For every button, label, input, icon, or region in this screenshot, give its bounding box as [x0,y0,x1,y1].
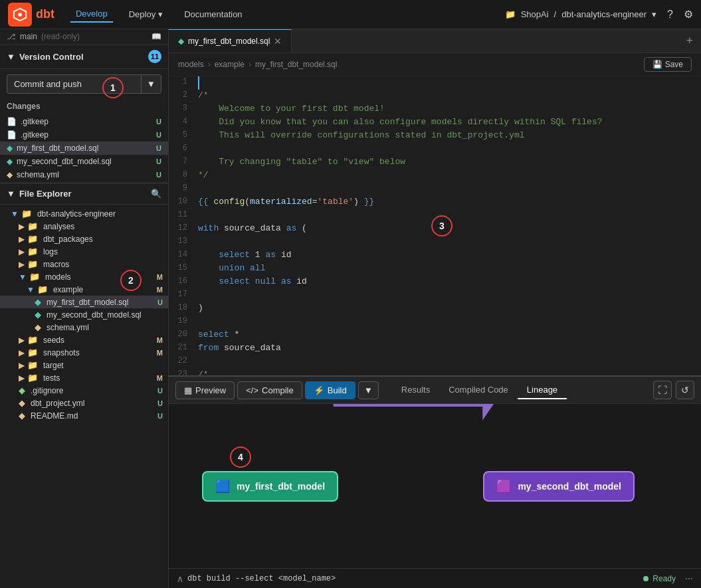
nav-documentation[interactable]: Documentation [179,7,247,22]
code-line: 17 [169,289,701,302]
file-name: .gitkeep [21,117,152,126]
chevron-up-icon[interactable]: ∧ [177,573,183,584]
dbt-logo-icon [8,3,32,27]
tree-status: U [153,387,163,395]
lineage-node-first[interactable]: 🟦 my_first_dbt_model [202,471,338,502]
tree-item-my-first-model[interactable]: ◆ my_first_dbt_model.sql U [0,296,168,308]
file-explorer-label: File Explorer [19,189,72,199]
tree-item-my-second-model[interactable]: ◆ my_second_dbt_model.sql [0,308,168,321]
status-command[interactable]: dbt build --select <model_name> [187,574,639,583]
tab-add-button[interactable]: + [678,34,701,48]
tree-item-target[interactable]: ▶ 📁 target [0,359,168,371]
project-info: 📁 ShopAi / dbt-analytics-engineer ▾ [505,9,656,19]
sql-file-icon: ◆ [7,157,13,166]
breadcrumb-models[interactable]: models [178,60,204,69]
compile-button[interactable]: </> Compile [237,381,302,399]
code-line: 7 Try changing "table" to "view" below [169,156,701,169]
fe-chevron-icon: ▼ [7,189,15,199]
deploy-chevron-icon: ▾ [158,9,163,19]
file-status: U [156,131,161,139]
folder-open-icon: ▼ [27,285,35,294]
tree-item-readme[interactable]: ◆ README.md U [0,409,168,422]
folder-icon: 📁 [27,259,38,269]
folder-closed-icon: ▶ [19,247,25,256]
build-chevron-button[interactable]: ▼ [358,381,379,399]
tree-item-schema-yml[interactable]: ◆ schema.yml [0,321,168,334]
fullscreen-button[interactable]: ⛶ [653,381,672,399]
changed-file-item[interactable]: 📄 .gitkeep U [0,115,168,128]
folder-open-icon: ▼ [11,209,19,219]
commit-push-button[interactable]: Commit and push [7,74,141,94]
vc-label: Version Control [19,52,84,62]
commit-row: Commit and push ▼ [7,74,161,94]
status-dot [643,576,649,581]
save-icon: 💾 [652,60,662,69]
folder-closed-icon: ▶ [19,260,25,269]
code-line: 6 [169,143,701,156]
tree-item-seeds[interactable]: ▶ 📁 seeds M [0,334,168,346]
tree-label: example [53,285,151,294]
save-button[interactable]: 💾 Save [644,57,692,72]
changed-file-item[interactable]: ◆ schema.yml U [0,168,168,181]
folder-icon: 📁 [27,234,38,244]
changed-file-item[interactable]: ◆ my_second_dbt_model.sql U [0,155,168,168]
tree-item-gitignore[interactable]: ◆ .gitignore U [0,384,168,397]
search-icon[interactable]: 🔍 [151,189,161,199]
code-line: 19 [169,316,701,329]
code-editor[interactable]: 1 2 /* 3 Welcome to your first dbt model… [169,76,701,375]
tree-item-dbt-project-yml[interactable]: ◆ dbt_project.yml U [0,397,168,409]
dbt-text: dbt [36,7,54,21]
repo-chevron-icon[interactable]: ▾ [652,9,656,19]
breadcrumb-sep: › [208,60,211,69]
build-button[interactable]: ⚡ Build [305,381,355,399]
nav-deploy[interactable]: Deploy ▾ [124,7,168,22]
code-line: 16 select null as id [169,276,701,289]
branch-name: main [20,32,37,41]
file-name: schema.yml [17,170,152,179]
branch-readonly: (read-only) [41,32,80,41]
changed-file-item[interactable]: 📄 .gitkeep U [0,128,168,142]
commit-chevron-button[interactable]: ▼ [141,74,161,94]
tab-compiled-code[interactable]: Compiled Code [439,381,518,399]
settings-icon[interactable]: ⚙ [684,8,693,21]
refresh-button[interactable]: ↺ [676,381,694,399]
tab-lineage[interactable]: Lineage [518,381,567,399]
help-icon[interactable]: ? [667,9,673,21]
tree-item-snapshots[interactable]: ▶ 📁 snapshots M [0,346,168,359]
tab-results[interactable]: Results [392,381,439,399]
lineage-node-second[interactable]: 🟪 my_second_dbt_model [483,471,635,502]
tree-item-root[interactable]: ▼ 📁 dbt-analytics-engineer [0,207,168,220]
tab-my-first-model[interactable]: ◆ my_first_dbt_model.sql ✕ [169,29,292,52]
file-name: my_first_dbt_model.sql [17,144,152,153]
folder-closed-icon: ▶ [19,336,25,345]
code-line: 3 Welcome to your first dbt model! [169,103,701,116]
folder-icon: 📁 [37,284,48,294]
tree-item-analyses[interactable]: ▶ 📁 analyses [0,220,168,233]
changed-file-item-selected[interactable]: ◆ my_first_dbt_model.sql U [0,142,168,155]
tree-item-macros[interactable]: ▶ 📁 macros [0,258,168,270]
book-icon[interactable]: 📖 [151,32,161,41]
tree-label: snapshots [43,348,151,357]
sidebar: ⎇ main (read-only) 📖 ▼ Version Control 1… [0,29,169,588]
tab-close-button[interactable]: ✕ [274,36,282,47]
preview-button[interactable]: ▦ Preview [175,381,235,399]
breadcrumb-example[interactable]: example [215,60,245,69]
file-icon: 📄 [7,117,17,126]
more-options-icon[interactable]: ⋯ [685,574,693,583]
yml-file-icon: ◆ [19,398,25,408]
file-tree: ▼ 📁 dbt-analytics-engineer ▶ 📁 analyses … [0,205,168,588]
tree-item-dbt-packages[interactable]: ▶ 📁 dbt_packages [0,233,168,245]
file-name: my_second_dbt_model.sql [17,157,152,166]
tree-item-tests[interactable]: ▶ 📁 tests M [0,371,168,384]
dbt-logo[interactable]: dbt [8,3,54,27]
yml-file-icon: ◆ [7,170,13,179]
tree-item-models[interactable]: ▼ 📁 models M [0,270,168,283]
tree-item-example[interactable]: ▼ 📁 example M [0,283,168,296]
breadcrumb: models › example › my_first_dbt_model.sq… [169,53,701,76]
tree-label: .gitignore [31,386,151,395]
tree-item-logs[interactable]: ▶ 📁 logs [0,245,168,258]
code-line: 20 select * [169,329,701,342]
build-icon: ⚡ [314,385,324,395]
folder-closed-icon: ▶ [19,235,25,244]
nav-develop[interactable]: Develop [70,6,113,23]
